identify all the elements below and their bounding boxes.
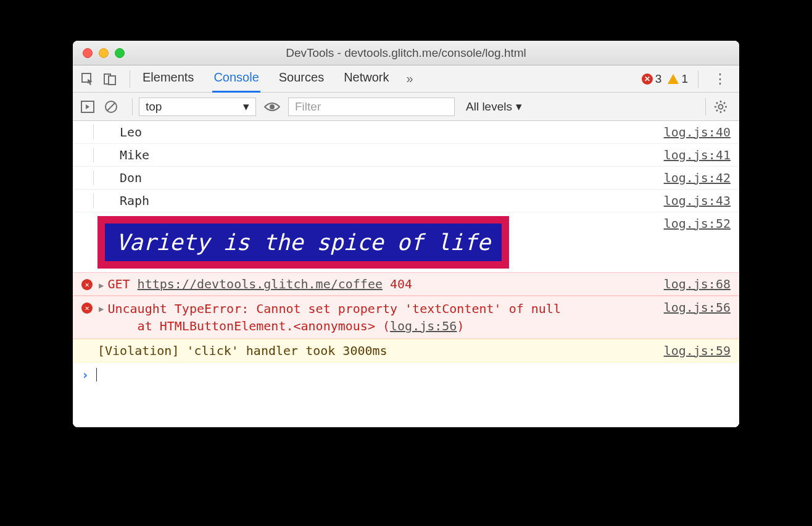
expand-arrow-icon[interactable]: ▶ <box>99 280 104 290</box>
error-icon: ✕ <box>81 279 93 290</box>
filter-placeholder: Filter <box>295 100 321 114</box>
log-entry-styled[interactable]: Variety is the spice of life log.js:52 <box>73 212 739 272</box>
chevron-down-icon: ▾ <box>516 99 522 114</box>
device-toolbar-icon[interactable] <box>101 70 118 88</box>
log-entry[interactable]: Leo log.js:40 <box>73 121 739 144</box>
error-entry[interactable]: ✕ ▶ Uncaught TypeError: Cannot set prope… <box>73 296 739 339</box>
divider <box>132 98 133 115</box>
svg-line-5 <box>107 103 115 111</box>
error-text: GET https://devtools.glitch.me/coffee 40… <box>107 277 412 291</box>
source-link[interactable]: log.js:41 <box>654 148 731 162</box>
warning-count-icon <box>668 74 679 84</box>
svg-point-6 <box>270 104 275 109</box>
settings-menu-button[interactable]: ⋮ <box>713 71 728 87</box>
titlebar: DevTools - devtools.glitch.me/console/lo… <box>73 41 739 65</box>
console-prompt[interactable]: › <box>73 362 739 387</box>
svg-line-15 <box>724 102 725 103</box>
panel-tabs: Elements Console Sources Network <box>141 65 391 93</box>
console-settings-icon[interactable] <box>712 98 729 115</box>
error-icon: ✕ <box>81 303 93 314</box>
devtools-window: DevTools - devtools.glitch.me/console/lo… <box>73 41 739 427</box>
console-output: Leo log.js:40 Mike log.js:41 Don log.js:… <box>73 121 739 427</box>
filter-input[interactable]: Filter <box>288 98 455 116</box>
svg-line-14 <box>716 110 718 111</box>
warning-count: 1 <box>681 72 688 86</box>
log-text: Raph <box>120 193 149 208</box>
violation-text: [Violation] 'click' handler took 3000ms <box>97 343 387 358</box>
chevron-down-icon: ▾ <box>243 99 249 114</box>
source-link[interactable]: log.js:68 <box>654 277 731 291</box>
error-entry[interactable]: ✕ ▶ GET https://devtools.glitch.me/coffe… <box>73 272 739 296</box>
traffic-lights <box>83 48 125 58</box>
log-text: Leo <box>120 125 142 140</box>
live-expression-icon[interactable] <box>263 98 281 115</box>
source-link[interactable]: log.js:43 <box>654 193 731 208</box>
svg-line-12 <box>716 102 718 103</box>
log-text: Mike <box>120 148 149 162</box>
tab-console[interactable]: Console <box>212 65 260 93</box>
close-window-button[interactable] <box>83 48 93 58</box>
log-entry[interactable]: Mike log.js:41 <box>73 144 739 167</box>
svg-point-7 <box>719 104 723 109</box>
divider <box>705 98 706 115</box>
console-toolbar: top ▾ Filter All levels ▾ <box>73 93 739 121</box>
source-link[interactable]: log.js:40 <box>654 125 731 140</box>
styled-log-text: Variety is the spice of life <box>97 216 509 269</box>
tab-elements[interactable]: Elements <box>141 65 195 93</box>
tree-guide <box>81 170 94 185</box>
context-selector[interactable]: top ▾ <box>139 98 256 116</box>
error-text: Uncaught TypeError: Cannot set property … <box>107 300 561 335</box>
text-cursor <box>96 368 97 382</box>
tab-sources[interactable]: Sources <box>278 65 325 93</box>
divider <box>698 70 698 88</box>
window-title: DevTools - devtools.glitch.me/console/lo… <box>73 46 739 60</box>
inspect-element-icon[interactable] <box>79 70 96 88</box>
tree-guide <box>81 193 94 208</box>
source-link[interactable]: log.js:59 <box>654 343 731 358</box>
source-link[interactable]: log.js:56 <box>654 300 731 315</box>
minimize-window-button[interactable] <box>99 48 109 58</box>
source-link[interactable]: log.js:42 <box>654 170 731 185</box>
more-tabs-button[interactable]: » <box>407 72 413 86</box>
error-url[interactable]: https://devtools.glitch.me/coffee <box>138 277 383 291</box>
levels-label: All levels <box>466 100 512 114</box>
divider <box>130 70 130 88</box>
tab-network[interactable]: Network <box>342 65 390 93</box>
tree-guide <box>81 125 94 140</box>
log-entry[interactable]: Raph log.js:43 <box>73 190 739 212</box>
log-entry[interactable]: Don log.js:42 <box>73 167 739 190</box>
devtools-tabbar: Elements Console Sources Network » ✕ 3 1… <box>73 65 739 93</box>
log-levels-selector[interactable]: All levels ▾ <box>466 99 522 114</box>
violation-entry[interactable]: [Violation] 'click' handler took 3000ms … <box>73 339 739 362</box>
prompt-caret-icon: › <box>81 367 89 382</box>
svg-line-13 <box>724 110 725 111</box>
zoom-window-button[interactable] <box>115 48 125 58</box>
error-count-icon: ✕ <box>642 73 653 85</box>
tree-guide <box>81 148 94 162</box>
log-text: Don <box>120 170 142 185</box>
clear-console-icon[interactable] <box>102 98 120 115</box>
context-value: top <box>146 100 162 114</box>
svg-rect-2 <box>109 76 115 85</box>
stack-link[interactable]: log.js:56 <box>390 319 457 333</box>
source-link[interactable]: log.js:52 <box>654 216 731 269</box>
error-warning-badges[interactable]: ✕ 3 1 <box>636 72 688 86</box>
toggle-sidebar-icon[interactable] <box>79 98 96 115</box>
expand-arrow-icon[interactable]: ▶ <box>99 304 104 314</box>
error-count: 3 <box>655 72 662 86</box>
